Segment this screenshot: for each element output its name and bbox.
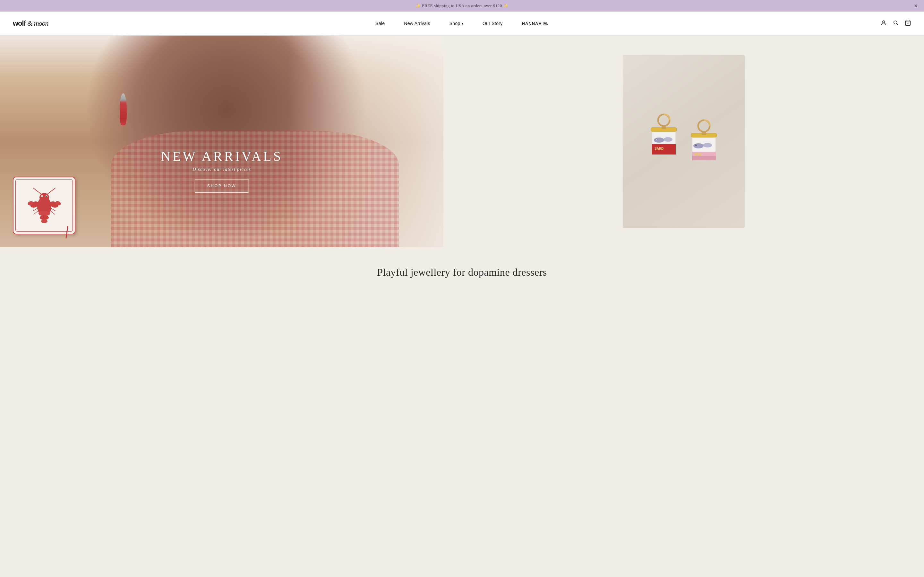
hero-left-panel: NEW ARRIVALS Discover our latest pieces … (0, 35, 443, 247)
svg-point-1 (894, 21, 897, 24)
sparkle-right-icon: ✨ (503, 3, 509, 8)
account-icon[interactable] (880, 19, 887, 27)
nav-item-new-arrivals[interactable]: New Arrivals (404, 21, 430, 26)
svg-point-45 (696, 145, 696, 145)
earrings-illustration: SARD (649, 112, 718, 164)
svg-point-43 (703, 143, 712, 147)
announcement-bar: ✨ FREE shipping to USA on orders over $1… (0, 0, 924, 11)
hero-title: NEW ARRIVALS (0, 149, 443, 164)
search-icon[interactable] (893, 19, 899, 27)
announcement-close-button[interactable]: × (914, 3, 918, 9)
svg-point-31 (664, 137, 672, 142)
nav-links: Sale New Arrivals Shop ▾ Our Story HANNA… (375, 21, 549, 26)
hero-text-overlay: NEW ARRIVALS Discover our latest pieces … (0, 149, 443, 193)
svg-point-0 (883, 21, 885, 23)
svg-text:SARD: SARD (654, 147, 664, 150)
nav-item-our-story[interactable]: Our Story (483, 21, 503, 26)
svg-text:SNIC: SNIC (695, 153, 702, 156)
hero-subtitle: Discover our latest pieces (0, 167, 443, 172)
nav-icons (880, 19, 911, 27)
sparkle-left-icon: ✨ (415, 3, 421, 8)
svg-rect-27 (652, 151, 676, 155)
navbar: wolf & moon Sale New Arrivals Shop ▾ Our… (0, 11, 924, 35)
nav-item-shop[interactable]: Shop ▾ (449, 21, 463, 26)
chevron-down-icon: ▾ (462, 22, 463, 25)
hero-right-panel: SARD (443, 35, 924, 247)
below-fold: Playful jewellery for dopamine dressers (0, 247, 924, 291)
product-card: SARD (623, 55, 745, 228)
hero-section: NEW ARRIVALS Discover our latest pieces … (0, 35, 924, 247)
svg-point-33 (656, 139, 657, 140)
svg-rect-47 (702, 132, 706, 135)
cart-icon[interactable] (905, 19, 911, 27)
svg-rect-35 (662, 127, 666, 129)
nav-item-hannah[interactable]: HANNAH M. (522, 21, 549, 26)
hero-cta-button[interactable]: SHOP NOW (195, 179, 249, 193)
below-fold-tagline: Playful jewellery for dopamine dressers (13, 266, 911, 278)
earring-right: SNIC (690, 118, 718, 164)
svg-line-2 (897, 23, 898, 25)
announcement-text: FREE shipping to USA on orders over $120 (422, 3, 502, 8)
earring-left: SARD (649, 112, 678, 159)
nav-item-sale[interactable]: Sale (375, 21, 384, 26)
svg-point-42 (693, 143, 704, 148)
svg-point-30 (654, 137, 664, 143)
product-image-area: SARD (623, 55, 745, 228)
svg-rect-39 (692, 156, 716, 160)
brand-logo[interactable]: wolf & moon (13, 19, 48, 27)
